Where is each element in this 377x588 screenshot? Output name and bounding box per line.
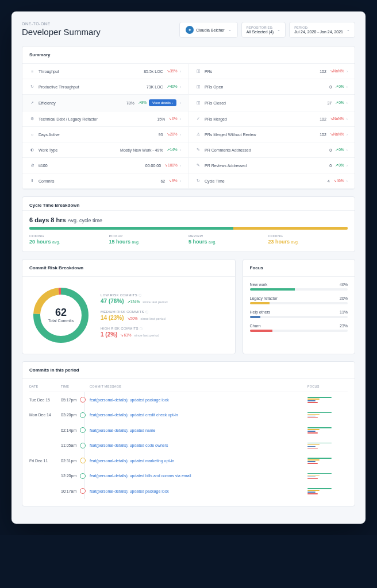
- metric-delta: ↗40%: [167, 84, 178, 89]
- info-icon[interactable]: ⓘ: [145, 310, 148, 314]
- summary-row[interactable]: ≡ Throughput 85.5k LOC ↘35% ›: [22, 64, 188, 79]
- summary-row[interactable]: ◫ PRs Open 0 ↗0% ›: [188, 79, 355, 95]
- metric-icon: ✓: [195, 116, 201, 122]
- summary-row[interactable]: ◫ PRs 102 ↘NaN% ›: [188, 64, 355, 79]
- risk-item: LOW RISK COMMITSⓘ 47 (76%) ↗124% since l…: [101, 293, 228, 304]
- period-dropdown[interactable]: PERIOD: Jul 24, 2020 - Jan 24, 2021 ⌄: [289, 22, 355, 38]
- risk-dot-icon: [80, 488, 86, 494]
- metric-value: 15%: [157, 117, 165, 121]
- commit-row: Mon Dec 14 03:20pm feat(personal-details…: [29, 408, 348, 423]
- summary-row[interactable]: ◫ PRs Closed 37 ↗0% ›: [188, 95, 355, 111]
- summary-row[interactable]: ✓ PRs Merged 102 ↘NaN% ›: [188, 111, 355, 127]
- commit-message[interactable]: feat(personal-details): updated package …: [90, 489, 307, 493]
- commit-focus: [307, 473, 348, 479]
- metric-delta: ↘6%: [168, 117, 177, 121]
- metric-name: Efficiency: [39, 101, 126, 105]
- metric-name: Productive Throughput: [39, 85, 147, 89]
- metric-icon: ≡: [29, 68, 35, 74]
- summary-row[interactable]: ✎ PR Reviews Addressed 0 ↗0% ›: [188, 158, 355, 173]
- breadcrumb: ONE-TO-ONE: [22, 22, 101, 26]
- metric-delta: ↘35%: [167, 69, 178, 74]
- view-details-button[interactable]: View details ›: [149, 99, 176, 106]
- metric-value: 0: [329, 164, 332, 168]
- cycle-stat: PICKUP15 hours avg.: [109, 234, 189, 245]
- chevron-right-icon: ›: [180, 179, 181, 183]
- commit-time: 05:17pm: [61, 397, 90, 403]
- avatar-icon: ✦: [186, 26, 194, 34]
- period-label: PERIOD:: [294, 26, 343, 29]
- commit-focus: [307, 412, 348, 419]
- risk-item: HIGH RISK COMMITSⓘ 1 (2%) ↘63% since las…: [101, 327, 228, 338]
- commit-message[interactable]: feat(personal-details): updated package …: [90, 398, 307, 402]
- person-name: Claudia Belcher: [196, 28, 224, 32]
- chevron-right-icon: ›: [347, 164, 348, 168]
- person-dropdown[interactable]: ✦ Claudia Belcher ⌄: [179, 22, 237, 38]
- risk-title: Commit Risk Breakdown: [22, 260, 235, 277]
- metric-value: 73K LOC: [147, 85, 163, 89]
- commit-message[interactable]: feat(personal-details): updated bills an…: [90, 474, 307, 478]
- cycle-card: Cycle Time Breakdown 6 days 8 hrs Avg. c…: [22, 196, 355, 252]
- summary-row[interactable]: ✎ PR Comments Addressed 0 ↗0% ›: [188, 142, 355, 158]
- summary-row[interactable]: ⬆ Commits 62 ↘9% ›: [22, 173, 188, 189]
- metric-delta: ↘9%: [168, 179, 177, 183]
- metric-name: Cycle Time: [205, 179, 328, 183]
- commit-time: 02:31pm: [61, 458, 90, 463]
- metric-value: 0: [329, 148, 332, 152]
- risk-dot-icon: [80, 458, 86, 463]
- metric-name: tt100: [39, 164, 145, 168]
- page-title: Developer Summary: [22, 27, 101, 37]
- summary-row[interactable]: ⏱ tt100 00:00:00 ↘100% ›: [22, 158, 188, 173]
- summary-row[interactable]: ◐ Work Type Mostly New Work - 49% ↗14% ›: [22, 142, 188, 158]
- risk-dot-icon: [80, 427, 86, 433]
- metric-icon: ◫: [195, 68, 201, 74]
- commit-message[interactable]: feat(personal-details): updated marketin…: [90, 459, 307, 463]
- metric-value: 85.5k LOC: [144, 69, 163, 74]
- metric-name: PRs Closed: [205, 101, 327, 105]
- metric-name: Technical Debt / Legacy Refactor: [39, 117, 157, 121]
- metric-delta: ↗8%: [138, 100, 147, 105]
- period-value: Jul 24, 2020 - Jan 24, 2021: [294, 30, 343, 34]
- cycle-bar: [29, 227, 348, 230]
- commit-focus: [307, 488, 348, 494]
- focus-title: Focus: [243, 260, 355, 277]
- commit-date: Fri Dec 11: [29, 459, 61, 463]
- summary-row[interactable]: ⚙ Technical Debt / Legacy Refactor 15% ↘…: [22, 111, 188, 127]
- info-icon[interactable]: ⓘ: [139, 293, 141, 297]
- cycle-avg: 6 days 8 hrs Avg. cycle time: [22, 211, 355, 227]
- metric-value: 95: [159, 133, 163, 137]
- commit-time: 02:14pm: [61, 427, 90, 433]
- risk-item: MEDIUM RISK COMMITSⓘ 14 (23%) ↘50% since…: [101, 310, 228, 321]
- metric-icon: ↻: [195, 178, 201, 184]
- metric-icon: ↻: [29, 84, 35, 90]
- summary-row[interactable]: ↻ Cycle Time 4 ↘46% ›: [188, 173, 355, 189]
- metric-icon: ✎: [195, 163, 201, 168]
- metric-icon: ⏱: [29, 163, 35, 168]
- info-icon[interactable]: ⓘ: [140, 327, 143, 330]
- risk-dot-icon: [80, 397, 86, 403]
- summary-row[interactable]: ⚠ PRs Merged Without Review 102 ↘NaN% ›: [188, 127, 355, 142]
- repos-label: REPOSITORIES:: [247, 26, 274, 29]
- chevron-right-icon: ›: [180, 148, 181, 152]
- summary-row[interactable]: ↻ Productive Throughput 73K LOC ↗40% ›: [22, 79, 188, 95]
- commit-row: 02:14pm feat(personal-details): updated …: [29, 423, 348, 438]
- metric-value: 102: [320, 69, 326, 74]
- focus-item: Legacy refactor20%: [250, 296, 348, 304]
- cycle-stat: CODING23 hours avg.: [268, 234, 348, 245]
- chevron-right-icon: ›: [180, 101, 181, 105]
- metric-name: Commits: [39, 179, 160, 183]
- focus-item: Churn23%: [250, 324, 348, 332]
- commit-message[interactable]: feat(personal-details): updated code own…: [90, 443, 307, 447]
- commit-message[interactable]: feat(personal-details): updated name: [90, 428, 307, 432]
- commit-message[interactable]: feat(personal-details): updated credit c…: [90, 413, 307, 417]
- summary-row[interactable]: ○ Days Active 95 ↘28% ›: [22, 127, 188, 142]
- cycle-segment: [233, 227, 348, 230]
- metric-name: PR Reviews Addressed: [205, 164, 329, 168]
- metric-delta: ↘NaN%: [330, 69, 344, 74]
- metric-value: 62: [160, 179, 165, 183]
- risk-dot-icon: [80, 412, 86, 418]
- cycle-segment: [131, 227, 207, 230]
- metric-value: Mostly New Work - 49%: [120, 148, 163, 152]
- summary-row[interactable]: ↗ Efficiency 78% ↗8% View details › ›: [22, 95, 188, 111]
- chevron-right-icon: ›: [347, 117, 348, 121]
- repositories-dropdown[interactable]: REPOSITORIES: All Selected (4) ⌄: [241, 22, 286, 38]
